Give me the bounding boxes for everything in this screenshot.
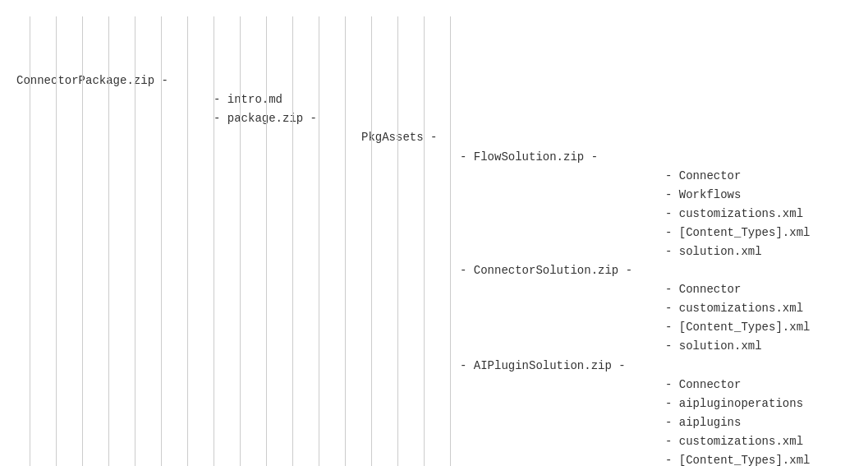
tree-line: - Workflows xyxy=(16,186,852,205)
tree-line: - intro.md xyxy=(16,90,852,109)
tree-line: - ConnectorSolution.zip - xyxy=(16,261,852,280)
tree-line: - Connector xyxy=(16,167,852,186)
tree-line: - solution.xml xyxy=(16,242,852,261)
tree-line: - aiplugins xyxy=(16,413,852,432)
tree-line: - customizations.xml xyxy=(16,205,852,224)
tree-line: PkgAssets - xyxy=(16,128,852,147)
tree-line: - [Content_Types].xml xyxy=(16,318,852,337)
tree-line: - [Content_Types].xml xyxy=(16,451,852,466)
tree-line: - Connector xyxy=(16,280,852,299)
tree-line: - Connector xyxy=(16,376,852,394)
tree-line: - solution.xml xyxy=(16,337,852,356)
tree-line: - aipluginoperations xyxy=(16,394,852,413)
tree-line: - [Content_Types].xml xyxy=(16,224,852,242)
tree-line: - AIPluginSolution.zip - xyxy=(16,357,852,376)
tree-line: - customizations.xml xyxy=(16,299,852,318)
tree-line: ConnectorPackage.zip - xyxy=(16,72,852,90)
tree-line: - FlowSolution.zip - xyxy=(16,148,852,167)
tree-container: ConnectorPackage.zip -- intro.md- packag… xyxy=(16,16,852,466)
tree-line: - package.zip - xyxy=(16,109,852,128)
tree-line: - customizations.xml xyxy=(16,432,852,451)
